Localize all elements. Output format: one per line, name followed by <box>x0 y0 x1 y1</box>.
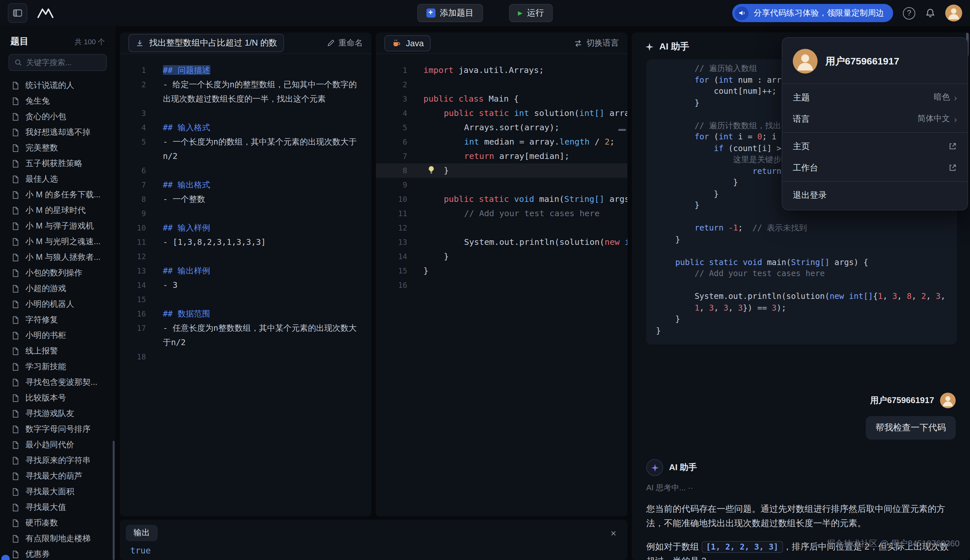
sidebar-problem-item[interactable]: 寻找包含斐波那契... <box>0 374 115 390</box>
user-avatar[interactable] <box>945 5 962 22</box>
code-line[interactable]: 9 <box>376 178 627 192</box>
menu-item-language[interactable]: 语言 简体中文› <box>782 108 967 130</box>
markdown-line[interactable]: 18 <box>120 350 371 364</box>
menu-user-avatar <box>793 49 818 73</box>
sidebar-problem-item[interactable]: 寻找最大的葫芦 <box>0 468 115 484</box>
sidebar-problem-item[interactable]: 字符修复 <box>0 312 115 328</box>
code-text: // Add your test cases here <box>424 207 627 221</box>
run-button[interactable]: ▶ 运行 <box>509 4 553 22</box>
sidebar-problem-item[interactable]: 最佳人选 <box>0 171 115 187</box>
document-icon <box>11 206 20 215</box>
sidebar-problem-item[interactable]: 小明的书柜 <box>0 328 115 343</box>
code-line[interactable]: 4public static int solution(int[] arra <box>376 106 627 120</box>
markdown-line[interactable]: 12 <box>120 249 371 264</box>
sidebar-problem-item[interactable]: 小 M 的多任务下载... <box>0 187 115 203</box>
code-text <box>424 221 627 235</box>
code-line[interactable]: 15} <box>376 264 627 278</box>
output-tab[interactable]: 输出 <box>126 525 158 541</box>
sidebar-problem-item[interactable]: 小包的数列操作 <box>0 265 115 281</box>
notifications-bell-icon[interactable] <box>925 8 935 18</box>
rename-button[interactable]: 重命名 <box>327 37 363 48</box>
sidebar-problem-item[interactable]: 最小趋同代价 <box>0 437 115 453</box>
markdown-line[interactable]: 6 <box>120 163 371 178</box>
switch-language-button[interactable]: 切换语言 <box>574 37 619 48</box>
menu-item-workspace[interactable]: 工作台 <box>782 157 967 178</box>
sidebar-scrollbar[interactable] <box>113 441 115 560</box>
menu-item-logout[interactable]: 退出登录 <box>782 184 967 206</box>
markdown-line[interactable]: 16## 数据范围 <box>120 307 371 321</box>
sidebar-problem-item[interactable]: 我好想逃却逃不掉 <box>0 124 115 140</box>
sidebar-problem-item[interactable]: 贪心的小包 <box>0 109 115 124</box>
sidebar-problem-item[interactable]: 五子棋获胜策略 <box>0 156 115 171</box>
language-box[interactable]: Java <box>384 35 431 51</box>
markdown-line[interactable]: 15 <box>120 292 371 307</box>
markdown-line[interactable]: 9 <box>120 207 371 221</box>
line-number: 9 <box>376 178 407 192</box>
sidebar-problem-item[interactable]: 数字字母问号排序 <box>0 421 115 437</box>
markdown-line[interactable]: 17- 任意长度为n整数数组，其中某个元素的出现次数大于n/2 <box>120 321 371 350</box>
code-line[interactable]: 13System.out.println(solution(new i <box>376 235 627 249</box>
sidebar-problem-item[interactable]: 小 M 与光明之魂速... <box>0 234 115 249</box>
markdown-text: ## 数据范围 <box>163 307 361 321</box>
help-icon[interactable]: ? <box>903 7 915 19</box>
search-input[interactable] <box>26 58 101 67</box>
markdown-line[interactable]: 7## 输出格式 <box>120 178 371 192</box>
markdown-line[interactable]: 8- 一个整数 <box>120 192 371 207</box>
markdown-line[interactable]: 3 <box>120 106 371 120</box>
close-output-icon[interactable]: × <box>610 528 616 538</box>
search-box[interactable] <box>8 54 107 71</box>
ai-thinking-status: AI 思考中... ·· <box>646 483 956 493</box>
markdown-line[interactable]: 1## 问题描述 <box>120 63 371 77</box>
code-line[interactable]: 3public class Main { <box>376 92 627 106</box>
external-link-icon <box>948 163 957 172</box>
sidebar-problem-item[interactable]: 学习新技能 <box>0 359 115 374</box>
sidebar-problem-item[interactable]: 比较版本号 <box>0 390 115 406</box>
sidebar-toggle-button[interactable] <box>8 3 27 23</box>
code-line[interactable]: 8} <box>376 163 627 178</box>
code-line[interactable]: 5Arrays.sort(array); <box>376 120 627 135</box>
sidebar-problem-item[interactable]: 寻找最大面积 <box>0 484 115 500</box>
sidebar-problem-item[interactable]: 小 M 的星球时代 <box>0 203 115 218</box>
promo-banner[interactable]: 分享代码练习体验，领限量定制周边 <box>732 4 893 22</box>
code-line[interactable]: 7return array[median]; <box>376 149 627 163</box>
line-number: 2 <box>376 77 407 92</box>
markdown-line[interactable]: 13## 输出样例 <box>120 264 371 278</box>
code-line[interactable]: 12 <box>376 221 627 235</box>
code-line[interactable]: 16 <box>376 278 627 292</box>
markdown-line[interactable]: 10## 输入样例 <box>120 221 371 235</box>
sidebar-problem-item[interactable]: 统计说谎的人 <box>0 77 115 93</box>
menu-item-theme[interactable]: 主题 暗色› <box>782 87 967 108</box>
sidebar-problem-item[interactable]: 小 M 与狼人拯救者... <box>0 249 115 265</box>
markdown-line[interactable]: 11- [1,3,8,2,3,1,3,3,3] <box>120 235 371 249</box>
problem-title-box[interactable]: 找出整型数组中占比超过 1/N 的数 <box>129 34 284 52</box>
sidebar-problem-item[interactable]: 完美整数 <box>0 140 115 156</box>
lightbulb-quickfix-icon[interactable] <box>427 165 436 175</box>
app-logo[interactable] <box>37 7 56 20</box>
code-line[interactable]: 2 <box>376 77 627 92</box>
document-icon <box>11 300 20 308</box>
markdown-line[interactable]: 14- 3 <box>120 278 371 292</box>
markdown-line[interactable]: 2- 给定一个长度为n的整型数组，已知其中一个数字的出现次数超过数组长度的一半，… <box>120 77 371 106</box>
markdown-line[interactable]: 5- 一个长度为n的数组，其中某个元素的出现次数大于n/2 <box>120 135 371 163</box>
sidebar-problem-item[interactable]: 优惠券 <box>0 546 115 560</box>
sidebar-problem-item[interactable]: 寻找游戏队友 <box>0 406 115 421</box>
sidebar-problem-item[interactable]: 小明的机器人 <box>0 296 115 312</box>
sidebar-problem-item[interactable]: 线上报警 <box>0 343 115 359</box>
promo-label: 分享代码练习体验，领限量定制周边 <box>754 7 884 18</box>
sidebar-problem-item[interactable]: 硬币凑数 <box>0 515 115 531</box>
code-line[interactable]: 6int median = array.length / 2; <box>376 135 627 149</box>
sidebar-problem-item[interactable]: 兔生兔 <box>0 93 115 109</box>
code-line[interactable]: 11// Add your test cases here <box>376 207 627 221</box>
code-line[interactable]: 10public static void main(String[] args <box>376 192 627 207</box>
sidebar-problem-item[interactable]: 寻找最大值 <box>0 500 115 515</box>
chat-user-avatar[interactable] <box>940 393 956 408</box>
code-line[interactable]: 1import java.util.Arrays; <box>376 63 627 77</box>
menu-item-home[interactable]: 主页 <box>782 135 967 157</box>
add-problem-button[interactable]: + 添加题目 <box>417 4 483 22</box>
sidebar-problem-item[interactable]: 小 M 与弹子游戏机 <box>0 218 115 234</box>
sidebar-problem-item[interactable]: 寻找原来的字符串 <box>0 453 115 468</box>
code-line[interactable]: 14} <box>376 249 627 264</box>
sidebar-problem-item[interactable]: 小超的游戏 <box>0 281 115 296</box>
sidebar-problem-item[interactable]: 有点限制地走楼梯 <box>0 531 115 546</box>
markdown-line[interactable]: 4## 输入格式 <box>120 120 371 135</box>
